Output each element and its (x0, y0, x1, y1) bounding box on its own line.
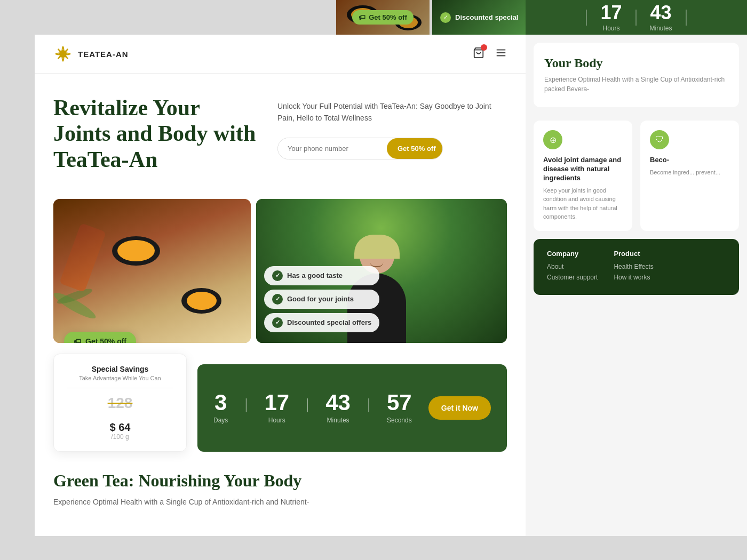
seconds-number: 57 (387, 391, 412, 414)
badges-overlay: ✓ Has a good taste ✓ Good for your joint… (264, 266, 379, 332)
discounted-label: Discounted special (455, 13, 518, 21)
header-actions (473, 47, 507, 61)
pricing-divider (67, 388, 173, 388)
footer-col-company: Company About Customer support (547, 250, 598, 284)
product-title: Product (614, 250, 653, 258)
countdown-minutes: 43 Minutes (325, 391, 351, 424)
thumb-discounted: ✓ Discounted special (432, 0, 526, 35)
badge-joints: ✓ Good for your joints (264, 290, 379, 309)
top-image-strip: 🏷 Get 50% off ✓ Discounted special (336, 0, 526, 35)
countdown-hours: 17 Hours (264, 391, 289, 424)
hero-section: Revitalize Your Joints and Body with Tea… (35, 74, 526, 183)
pricing-subtitle: Take Advantage While You Can (67, 375, 173, 381)
get50-badge-label: Get 50% off (85, 337, 126, 343)
feature-shield: 🛡 Beco- Become ingred... prevent... (640, 121, 739, 231)
section-bottom: Green Tea: Nourishing Your Body Experien… (35, 452, 526, 519)
your-body-section: Your Body Experience Optimal Health with… (534, 43, 739, 107)
badge-joints-label: Good for your joints (287, 295, 354, 303)
logo-icon (53, 44, 73, 63)
thumb-tea: 🏷 Get 50% off (336, 0, 430, 35)
main-card: TEATEA-AN Revitalize Your (35, 35, 526, 536)
person-image: ✓ Has a good taste ✓ Good for your joint… (256, 199, 507, 343)
hours-number: 17 (264, 391, 289, 414)
sep-1: | (244, 395, 248, 413)
cart-button[interactable] (473, 47, 484, 61)
tea-cup-1 (112, 236, 160, 266)
footer-col-product: Product Health Effects How it works (614, 250, 653, 284)
feature-icon-2: 🛡 (650, 130, 669, 149)
hamburger-icon (495, 47, 507, 59)
link-health-effects[interactable]: Health Effects (614, 263, 653, 270)
countdown-days: 3 Days (213, 391, 228, 424)
logo: TEATEA-AN (53, 44, 129, 63)
timer-hours-number: 17 (600, 3, 622, 22)
timer-sep-1 (586, 10, 587, 26)
hours-label: Hours (264, 417, 289, 424)
footer-cols: Company About Customer support Product H… (547, 250, 726, 284)
hero-left: Revitalize Your Joints and Body with Tea… (53, 95, 256, 183)
price-unit: /100 g (67, 433, 173, 441)
check-icon-1: ✓ (272, 270, 283, 281)
your-body-desc: Experience Optimal Health with a Single … (544, 75, 728, 94)
new-price-label: $ 64 (110, 421, 131, 433)
tea-cup-2 (181, 288, 221, 314)
bottom-section: Special Savings Take Advantage While You… (53, 364, 507, 452)
get50-button[interactable]: Get 50% off (387, 138, 443, 159)
link-customer-support[interactable]: Customer support (547, 274, 598, 281)
percent-icon: 🏷 (359, 13, 365, 21)
thumb-get50-label: Get 50% off (369, 13, 407, 21)
logo-text: TEATEA-AN (78, 50, 129, 59)
timer-sep-2 (635, 10, 637, 26)
badge-discounted-label: Discounted special offers (287, 318, 371, 326)
check-icon-2: ✓ (272, 294, 283, 305)
images-section: 🏷 Get 50% off (35, 183, 526, 343)
phone-input[interactable] (278, 138, 387, 159)
sep-2: | (306, 395, 309, 413)
phone-input-form: Get 50% off (277, 138, 443, 159)
timer-sep-3 (686, 10, 687, 26)
timer-minutes-unit: 43 Minutes (650, 3, 672, 32)
sep-3: | (367, 395, 370, 413)
timer-hours-label: Hours (600, 25, 622, 32)
footer-panel: Company About Customer support Product H… (534, 239, 739, 295)
thumb-discounted-overlay: ✓ Discounted special (432, 0, 526, 35)
menu-button[interactable] (495, 47, 507, 61)
check-icon: ✓ (440, 12, 451, 23)
hero-title: Revitalize Your Joints and Body with Tea… (53, 95, 256, 172)
old-price: 128 (67, 395, 173, 412)
timer-minutes-label: Minutes (650, 25, 672, 32)
feature-icon-1: ⊕ (543, 130, 562, 149)
check-icon-3: ✓ (272, 317, 283, 328)
feature-joints: ⊕ Avoid joint damage and disease with na… (534, 121, 632, 231)
feature-title-1: Avoid joint damage and disease with natu… (543, 156, 623, 183)
new-price: $ 64 (67, 412, 173, 436)
hero-subtitle: Unlock Your Full Potential with TeaTea-A… (277, 100, 507, 124)
header: TEATEA-AN (35, 35, 526, 74)
countdown-seconds: 57 Seconds (387, 391, 412, 424)
link-how-it-works[interactable]: How it works (614, 274, 653, 281)
tea-liquid-2 (187, 292, 217, 310)
timer-hours-unit: 17 Hours (600, 3, 622, 32)
get50-badge[interactable]: 🏷 Get 50% off (64, 332, 136, 343)
company-title: Company (547, 250, 598, 258)
tag-icon: 🏷 (74, 337, 81, 343)
minutes-label: Minutes (325, 417, 351, 424)
badge-taste: ✓ Has a good taste (264, 266, 379, 285)
features-grid: ⊕ Avoid joint damage and disease with na… (526, 113, 747, 239)
tea-liquid-1 (117, 240, 155, 261)
thumb-get50-badge: 🏷 Get 50% off (352, 10, 414, 25)
badge-taste-label: Has a good taste (287, 271, 343, 279)
your-body-title: Your Body (544, 56, 728, 70)
person-hair (354, 235, 400, 259)
minutes-number: 43 (325, 391, 351, 414)
feature-desc-1: Keep your joints in good condition and a… (543, 186, 623, 221)
link-about[interactable]: About (547, 263, 598, 270)
thumb-get50-overlay: 🏷 Get 50% off (336, 0, 430, 35)
top-timer-panel: 17 Hours 43 Minutes (526, 0, 747, 35)
timer-minutes-number: 43 (650, 3, 672, 22)
feature-desc-2: Become ingred... prevent... (650, 168, 729, 177)
pricing-title: Special Savings (67, 365, 173, 373)
badge-discounted: ✓ Discounted special offers (264, 313, 379, 332)
get-it-now-button[interactable]: Get it Now (428, 396, 491, 420)
days-label: Days (213, 417, 228, 424)
